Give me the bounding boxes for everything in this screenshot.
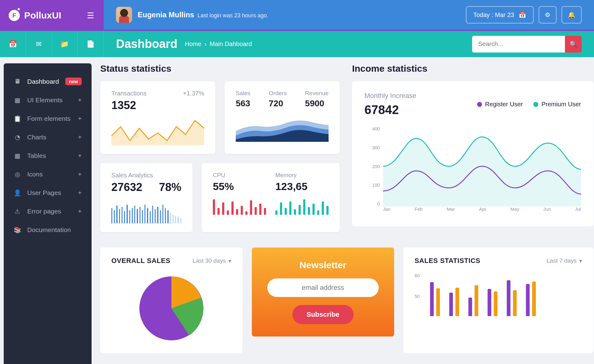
page-title: Dashboard: [116, 37, 177, 51]
tool-doc-icon[interactable]: 📄: [78, 31, 104, 57]
sidebar-item-label: Error pages: [27, 208, 72, 215]
card-label: Transactions: [111, 90, 147, 97]
chevron-down-icon: ▾: [228, 257, 231, 265]
plus-icon: +: [78, 134, 82, 141]
brand-logo[interactable]: PolluxUI: [9, 10, 61, 21]
sidebar: 🖥 Dashboard new ▦UI Elements+ 📋Form elem…: [4, 63, 92, 364]
dot-icon: [533, 102, 538, 107]
sidebar-item-charts[interactable]: ◔Charts+: [4, 128, 92, 146]
bell-icon: 🔔: [568, 11, 575, 19]
menu-toggle-icon[interactable]: ☰: [87, 11, 95, 20]
user-area[interactable]: Eugenia Mullins Last login was 23 hours …: [116, 7, 268, 23]
range-dropdown[interactable]: Last 7 days▾: [547, 257, 582, 265]
range-dropdown[interactable]: Last 30 days▾: [192, 257, 231, 265]
newsletter-email-input[interactable]: [267, 278, 379, 297]
card-value: 720: [269, 99, 287, 108]
card-value: 123,65: [275, 180, 329, 193]
income-section-title: Income statistics: [352, 63, 593, 74]
subscribe-button[interactable]: Subscribe: [292, 305, 354, 324]
chart-legend: Register User Premium User: [477, 101, 581, 108]
piechart-icon: ◔: [14, 133, 21, 141]
clipboard-icon: 📋: [14, 115, 21, 122]
card-value: 5900: [305, 99, 329, 108]
header-actions: Today : Mar 23 📅 ⚙ 🔔: [466, 6, 582, 23]
panel-title: SALES STATISTICS: [415, 257, 480, 265]
cpu-bars: [213, 193, 266, 215]
plus-icon: +: [78, 115, 82, 122]
analytics-bars: [111, 201, 181, 223]
sidebar-item-ui-elements[interactable]: ▦UI Elements+: [4, 91, 92, 109]
brand-name: PolluxUI: [24, 10, 61, 21]
legend-register-user: Register User: [477, 101, 523, 108]
user-text: Eugenia Mullins Last login was 23 hours …: [138, 11, 268, 19]
sidebar-item-form-elements[interactable]: 📋Form elements+: [4, 109, 92, 128]
card-label: Sales Analytics: [111, 172, 181, 179]
content: Status statistics Transactions +1.37% 13…: [100, 63, 593, 364]
card-pct: +1.37%: [183, 90, 204, 97]
search-button[interactable]: 🔍: [565, 36, 582, 53]
warning-icon: ⚠: [14, 208, 21, 215]
card-value: 1352: [111, 99, 204, 112]
panel-title: OVERALL SALES: [111, 257, 170, 265]
newsletter-panel: Newsletter Subscribe: [252, 248, 394, 353]
logo-area: PolluxUI ☰: [0, 0, 104, 31]
dot-icon: [477, 102, 482, 107]
toolbar-main: Dashboard Home › Main Dahboard 🔍: [104, 31, 594, 57]
list-icon: ▦: [14, 96, 21, 104]
plus-icon: +: [78, 208, 82, 215]
book-icon: 📚: [14, 226, 21, 234]
sidebar-item-documentation[interactable]: 📚Documentation: [4, 221, 92, 239]
sidebar-item-label: UI Elements: [27, 96, 72, 104]
settings-button[interactable]: ⚙: [539, 6, 557, 23]
card-label: Sales: [236, 90, 251, 97]
sidebar-item-user-pages[interactable]: 👤User Pages+: [4, 184, 92, 202]
sidebar-item-dashboard[interactable]: 🖥 Dashboard new: [4, 72, 92, 91]
chevron-down-icon: ▾: [579, 257, 582, 265]
sidebar-item-error-pages[interactable]: ⚠Error pages+: [4, 202, 92, 221]
sales-statistics-panel: SALES STATISTICS Last 7 days▾ 6050: [403, 248, 593, 353]
chevron-right-icon: ›: [204, 40, 207, 48]
monitor-icon: 🖥: [14, 78, 21, 85]
search-input[interactable]: [472, 36, 565, 53]
transactions-sparkline: [111, 117, 204, 145]
card-label: Memory: [275, 172, 329, 179]
quick-tools: 📅 ✉ 📁 📄: [0, 31, 104, 57]
sidebar-item-label: Documentation: [27, 226, 82, 234]
income-linechart: 400 300 200 100 0 JanFebMarAprMay: [364, 126, 581, 216]
calendar-icon: 📅: [519, 11, 526, 19]
card-label: Revenue: [305, 90, 329, 97]
search-icon: 🔍: [570, 41, 577, 48]
overall-sales-panel: OVERALL SALES Last 30 days▾: [100, 248, 243, 353]
today-label: Today : Mar 23: [473, 11, 514, 19]
logo-icon: [9, 10, 20, 21]
breadcrumb: Home › Main Dahboard: [185, 40, 252, 48]
target-icon: ◎: [14, 171, 21, 178]
income-value: 67842: [364, 103, 416, 117]
plus-icon: +: [78, 189, 82, 197]
status-section-title: Status statistics: [100, 63, 340, 74]
user-last-login: Last login was 23 hours ago.: [197, 12, 268, 19]
memory-bars: [275, 193, 329, 215]
income-card: Monthly Increase 67842 Register User Pre…: [352, 81, 593, 226]
sidebar-item-icons[interactable]: ◎Icons+: [4, 165, 92, 184]
notifications-button[interactable]: 🔔: [562, 6, 582, 23]
tool-calendar-icon[interactable]: 📅: [0, 31, 26, 57]
cpu-memory-card: CPU 55% Memory 123,65: [202, 163, 340, 232]
card-value: 78%: [159, 181, 181, 194]
tool-mail-icon[interactable]: ✉: [26, 31, 52, 57]
tool-folder-icon[interactable]: 📁: [52, 31, 78, 57]
sidebar-item-label: Icons: [27, 171, 72, 178]
stats-bars: [430, 273, 582, 316]
today-button[interactable]: Today : Mar 23 📅: [466, 6, 534, 23]
sidebar-item-label: User Pages: [27, 189, 72, 197]
card-value: 55%: [213, 180, 266, 193]
header: Eugenia Mullins Last login was 23 hours …: [104, 0, 594, 31]
breadcrumb-home[interactable]: Home: [185, 40, 201, 48]
gear-icon: ⚙: [545, 11, 550, 19]
income-title: Monthly Increase: [364, 92, 416, 100]
card-value: 563: [236, 99, 251, 108]
avatar: [116, 7, 132, 23]
sidebar-item-tables[interactable]: ▦Tables+: [4, 146, 92, 165]
transactions-card: Transactions +1.37% 1352: [100, 81, 215, 154]
sales-analytics-card: Sales Analytics 27632 78%: [100, 163, 192, 232]
